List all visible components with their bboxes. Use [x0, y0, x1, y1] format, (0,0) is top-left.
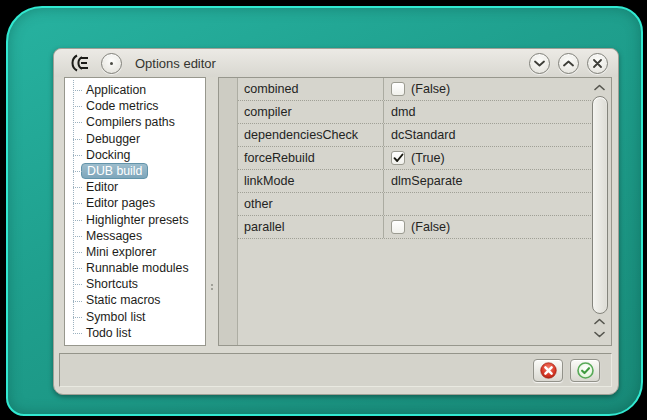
panel-splitter[interactable]	[206, 77, 218, 346]
sidebar-item-editor[interactable]: Editor	[65, 179, 205, 195]
property-value[interactable]: (True)	[383, 147, 591, 169]
close-button[interactable]	[587, 53, 608, 74]
title-bar[interactable]: Options editor	[54, 49, 618, 77]
property-row-linkMode[interactable]: linkModedlmSeparate	[238, 170, 591, 193]
scroll-up-button[interactable]	[589, 81, 610, 94]
app-logo-icon	[67, 53, 91, 73]
cancel-button[interactable]	[533, 359, 563, 382]
value-label: (False)	[411, 220, 450, 234]
property-name[interactable]: dependenciesCheck	[238, 128, 383, 142]
window-controls	[529, 53, 608, 74]
sidebar-item-highlighter-presets[interactable]: Highlighter presets	[65, 212, 205, 228]
value-label: dmd	[391, 105, 416, 119]
sidebar-item-label: DUB build	[81, 163, 148, 179]
sidebar-item-messages[interactable]: Messages	[65, 228, 205, 244]
property-grid: combined(False)compilerdmddependenciesCh…	[218, 77, 612, 346]
sidebar-item-label: Runnable modules	[86, 261, 189, 275]
sidebar-item-runnable-modules[interactable]: Runnable modules	[65, 260, 205, 276]
sidebar-item-label: Shortcuts	[86, 277, 138, 291]
chevron-down-icon	[594, 331, 605, 338]
value-label: dlmSeparate	[391, 174, 462, 188]
sidebar-item-label: Compilers paths	[86, 115, 175, 129]
sidebar-item-label: Todo list	[86, 326, 131, 340]
sidebar-item-shortcuts[interactable]: Shortcuts	[65, 276, 205, 292]
sidebar-item-label: Application	[86, 83, 146, 97]
cancel-icon	[540, 362, 557, 379]
options-tree: ApplicationCode metricsCompilers pathsDe…	[65, 78, 205, 341]
value-label: dcStandard	[391, 128, 455, 142]
unshade-button[interactable]	[558, 53, 579, 74]
property-name[interactable]: linkMode	[238, 174, 383, 188]
property-row-dependenciesCheck[interactable]: dependenciesCheckdcStandard	[238, 124, 591, 147]
chevron-up-icon	[563, 60, 574, 67]
checkbox-unchecked[interactable]	[391, 220, 405, 234]
window-title: Options editor	[135, 56, 216, 71]
sidebar-item-label: Symbol list	[86, 310, 145, 324]
property-value[interactable]: dlmSeparate	[383, 170, 591, 192]
vertical-scrollbar[interactable]	[589, 79, 610, 344]
value-label: (True)	[411, 151, 445, 165]
chevron-down-icon	[534, 60, 545, 67]
property-value[interactable]	[383, 193, 591, 215]
chevron-up-icon	[594, 318, 605, 325]
property-value[interactable]: dmd	[383, 101, 591, 123]
options-editor-window: Options editor ApplicationCode metricsCo…	[53, 48, 619, 395]
sidebar-item-label: Messages	[86, 229, 142, 243]
sidebar-item-label: Highlighter presets	[86, 213, 189, 227]
scrollbar-thumb[interactable]	[592, 96, 608, 314]
sidebar-item-code-metrics[interactable]: Code metrics	[65, 98, 205, 114]
check-icon	[393, 153, 404, 163]
sidebar-item-todo-list[interactable]: Todo list	[65, 325, 205, 341]
sidebar-item-label: Code metrics	[86, 99, 158, 113]
property-row-parallel[interactable]: parallel(False)	[238, 216, 591, 239]
sidebar-item-static-macros[interactable]: Static macros	[65, 292, 205, 308]
accept-button[interactable]	[570, 359, 600, 382]
checkbox-checked[interactable]	[391, 151, 405, 165]
sidebar-item-symbol-list[interactable]: Symbol list	[65, 309, 205, 325]
scroll-up-button-bottom[interactable]	[589, 315, 610, 328]
window-menu-button[interactable]	[101, 53, 122, 74]
property-row-forceRebuild[interactable]: forceRebuild(True)	[238, 147, 591, 170]
accept-icon	[577, 362, 594, 379]
property-name[interactable]: combined	[238, 82, 383, 96]
property-value[interactable]: (False)	[383, 78, 591, 100]
property-name[interactable]: other	[238, 197, 383, 211]
categories-panel: ApplicationCode metricsCompilers pathsDe…	[64, 77, 206, 346]
splitter-grip-icon	[211, 284, 213, 290]
shade-button[interactable]	[529, 53, 550, 74]
sidebar-item-dub-build[interactable]: DUB build	[65, 163, 205, 179]
sidebar-item-mini-explorer[interactable]: Mini explorer	[65, 244, 205, 260]
sidebar-item-label: Debugger	[86, 132, 140, 146]
sidebar-item-editor-pages[interactable]: Editor pages	[65, 195, 205, 211]
property-value[interactable]: dcStandard	[383, 124, 591, 146]
property-name[interactable]: compiler	[238, 105, 383, 119]
sidebar-item-application[interactable]: Application	[65, 82, 205, 98]
sidebar-item-label: Editor pages	[86, 196, 155, 210]
property-name[interactable]: parallel	[238, 220, 383, 234]
property-value[interactable]: (False)	[383, 216, 591, 238]
sidebar-item-label: Docking	[86, 148, 130, 162]
property-row-combined[interactable]: combined(False)	[238, 78, 591, 101]
sidebar-item-label: Static macros	[86, 293, 160, 307]
property-row-compiler[interactable]: compilerdmd	[238, 101, 591, 124]
property-row-other[interactable]: other	[238, 193, 591, 216]
dialog-footer	[59, 353, 612, 387]
property-name[interactable]: forceRebuild	[238, 151, 383, 165]
value-label: (False)	[411, 82, 450, 96]
grid-rows: combined(False)compilerdmddependenciesCh…	[238, 78, 591, 239]
scroll-down-button[interactable]	[589, 328, 610, 341]
checkbox-unchecked[interactable]	[391, 82, 405, 96]
menu-dot-icon	[110, 62, 113, 65]
desktop-frame: Options editor ApplicationCode metricsCo…	[6, 6, 643, 416]
sidebar-item-label: Editor	[86, 180, 118, 194]
sidebar-item-debugger[interactable]: Debugger	[65, 131, 205, 147]
sidebar-item-compilers-paths[interactable]: Compilers paths	[65, 114, 205, 130]
chevron-up-icon	[594, 84, 605, 91]
sidebar-item-docking[interactable]: Docking	[65, 147, 205, 163]
grid-gutter	[219, 78, 238, 345]
sidebar-item-label: Mini explorer	[86, 245, 156, 259]
close-icon	[593, 59, 602, 68]
